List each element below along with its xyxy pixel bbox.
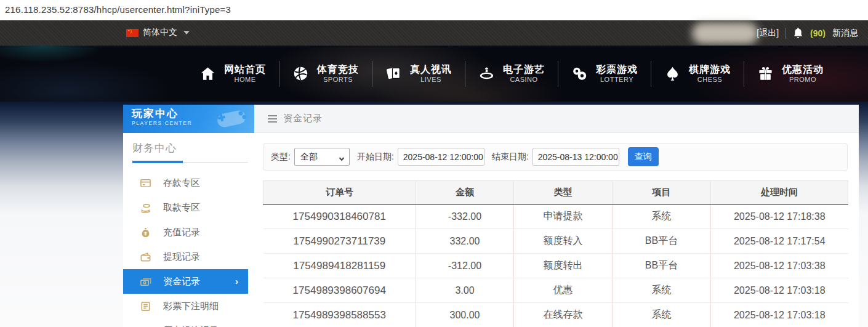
topbar-right-group: [退出] (90) 新消息 [757,20,858,46]
banknotes-icon [140,276,151,288]
withdraw-hand-icon [140,202,151,214]
cell-project: BB平台 [613,254,711,278]
nav-sublabel: LOTTERY [600,76,633,84]
gamepad-icon [212,107,251,133]
screen: 216.118.235.52:8783/hhcp/usercenter.html… [0,0,868,327]
nav-item-promo[interactable]: 优惠活动PROMO [744,63,837,84]
sidebar-menu: 存款专区 取款专区 充值记录 提现记录 [123,171,254,327]
main-nav-bar: 网站首页HOME 体育竞技SPORTS 真人视讯LIVES [0,46,868,102]
column-header-amount: 金额 [416,181,514,204]
nav-sublabel: PROMO [789,76,816,84]
cell-project: BB平台 [613,229,711,254]
chevron-down-icon [183,31,190,34]
table-header-row: 订单号 金额 类型 项目 处理时间 [263,181,848,204]
start-date-input[interactable] [398,148,484,166]
language-selector[interactable]: 简体中文 [126,27,190,38]
logout-button[interactable]: [退出] [757,28,779,39]
nav-label: 体育竞技 [317,63,359,76]
top-utility-bar: 简体中文 [退出] (90) 新消息 [0,20,868,46]
gift-icon [757,65,774,82]
sidebar-item-label: 取款专区 [163,202,200,214]
home-icon [199,65,216,82]
nav-item-lives[interactable]: 真人视讯LIVES [372,63,465,84]
cell-amount: -312.00 [416,254,514,278]
menu-icon [268,115,277,123]
sidebar-item-label: 资金记录 [163,276,200,288]
sidebar-item-label: 彩票下注明细 [163,301,219,312]
list-icon [140,325,151,327]
new-messages-link[interactable]: 新消息 [832,28,858,39]
sidebar-header: 玩家中心 PLAYERS CENTER [123,105,254,133]
cell-process-time: 2025-08-12 17:03:38 [711,254,848,278]
cell-process-time: 2025-08-12 17:17:54 [711,229,848,254]
nav-label: 网站首页 [224,63,266,76]
table-row: 1754990273711739 332.00 额度转入 BB平台 2025-0… [263,229,848,254]
nav-item-chess[interactable]: 棋牌游戏CHESS [651,63,744,84]
cell-amount: 332.00 [416,229,514,254]
cell-type: 优惠 [514,278,613,303]
cell-project: 系统 [613,278,711,303]
sidebar-item-deposit[interactable]: 存款专区 [123,171,254,195]
sidebar-item-fund-records[interactable]: 资金记录 › [123,269,248,294]
cell-order-no: 1754989418281159 [263,254,416,278]
lottery-balls-icon [571,65,588,82]
roulette-icon [478,65,495,82]
sidebar-section: 财务中心 [123,133,254,163]
nav-item-sports[interactable]: 体育竞技SPORTS [279,63,372,84]
query-button[interactable]: 查询 [628,147,659,166]
column-header-type: 类型 [514,181,613,204]
section-underline [132,161,248,163]
browser-url-bar[interactable]: 216.118.235.52:8783/hhcp/usercenter.html… [0,0,868,20]
divider [786,28,786,39]
nav-item-home[interactable]: 网站首页HOME [187,63,279,84]
ball-icon [292,65,309,82]
spade-icon [664,65,681,82]
message-count-badge: (90) [810,28,826,38]
cell-order-no: 1754989398588553 [263,303,416,327]
type-select-value: 全部 [300,151,318,163]
sidebar-item-label: 厅案投注记录 [163,325,219,327]
sidebar-item-recharge-records[interactable]: 充值记录 [123,220,254,244]
cell-project: 系统 [613,204,711,229]
type-filter-label: 类型: [271,151,291,163]
cell-amount: 3.00 [416,278,514,303]
document-icon [140,301,151,312]
nav-label: 棋牌游戏 [689,63,731,76]
table-row: 1754990318460781 -332.00 申请提款 系统 2025-08… [263,204,848,229]
column-header-project: 项目 [613,181,711,204]
nav-sublabel: HOME [235,76,256,84]
table-row: 1754989398607694 3.00 优惠 系统 2025-08-12 1… [263,278,848,303]
column-header-process-time: 处理时间 [711,181,848,204]
cell-order-no: 1754990318460781 [263,204,416,229]
nav-item-casino[interactable]: 电子游艺CASINO [465,63,558,84]
sidebar-item-withdrawal-records[interactable]: 提现记录 [123,244,254,269]
fund-records-table: 订单号 金额 类型 项目 处理时间 1754990318460781 -332.… [263,180,848,327]
language-label: 简体中文 [143,27,177,38]
nav-sublabel: SPORTS [323,76,353,84]
cell-project: 系统 [613,303,711,327]
table-row: 1754989418281159 -312.00 额度转出 BB平台 2025-… [263,254,848,278]
table-row: 1754989398588553 300.00 在线存款 系统 2025-08-… [263,303,848,327]
bell-icon[interactable] [793,27,803,39]
sidebar-item-label: 提现记录 [163,251,200,263]
chevron-down-icon [339,154,345,160]
username-redacted [692,22,758,44]
nav-item-lottery[interactable]: 彩票游戏LOTTERY [558,63,651,84]
cell-process-time: 2025-08-12 17:03:18 [711,303,848,327]
sidebar-item-withdraw[interactable]: 取款专区 [123,195,254,220]
end-date-input[interactable] [532,148,619,166]
end-date-label: 结束日期: [492,151,529,163]
nav-label: 真人视讯 [410,63,452,76]
cell-process-time: 2025-08-12 17:03:18 [711,278,848,303]
sidebar-item-hall-bet-records[interactable]: 厅案投注记录 [123,318,254,327]
sidebar-item-lottery-bet-details[interactable]: 彩票下注明细 [123,294,254,318]
cell-type: 在线存款 [514,303,613,327]
nav-sublabel: CASINO [510,76,537,84]
nav-label: 优惠活动 [782,63,824,76]
wallet-icon [140,251,151,263]
type-select[interactable]: 全部 [294,148,350,166]
china-flag-icon [126,29,139,37]
cell-type: 额度转入 [514,229,613,254]
cell-amount: -332.00 [416,204,514,229]
chevron-right-icon: › [235,276,238,286]
